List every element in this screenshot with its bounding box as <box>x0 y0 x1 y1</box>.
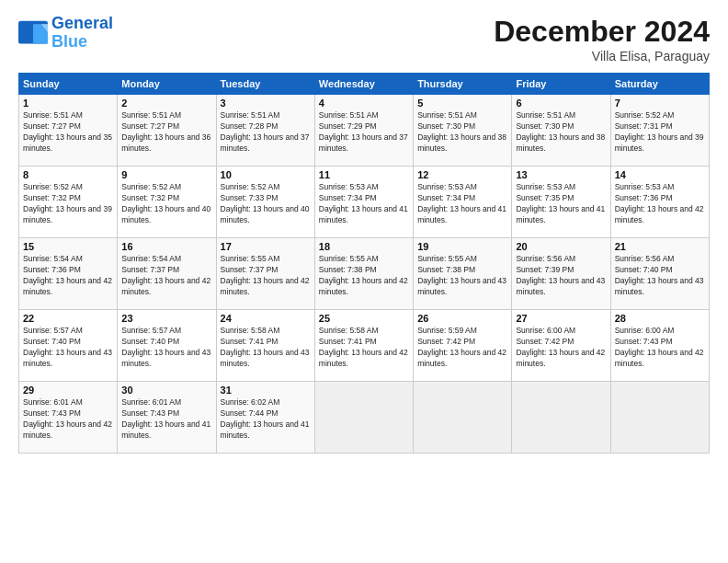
table-row: 28 Sunrise: 6:00 AM Sunset: 7:43 PM Dayl… <box>610 310 709 382</box>
table-row: 22 Sunrise: 5:57 AM Sunset: 7:40 PM Dayl… <box>19 310 118 382</box>
day-number: 1 <box>23 98 113 109</box>
table-row: 8 Sunrise: 5:52 AM Sunset: 7:32 PM Dayli… <box>19 167 118 238</box>
day-number: 27 <box>516 313 606 324</box>
day-number: 25 <box>319 313 409 324</box>
logo-line1: General <box>51 14 113 32</box>
table-row <box>610 382 709 454</box>
day-number: 15 <box>23 241 113 252</box>
table-row: 2 Sunrise: 5:51 AM Sunset: 7:27 PM Dayli… <box>118 95 216 167</box>
table-row: 29 Sunrise: 6:01 AM Sunset: 7:43 PM Dayl… <box>19 382 118 454</box>
day-number: 26 <box>417 313 507 324</box>
table-row: 19 Sunrise: 5:55 AM Sunset: 7:38 PM Dayl… <box>414 238 512 310</box>
day-info: Sunrise: 5:53 AM Sunset: 7:36 PM Dayligh… <box>615 182 705 226</box>
day-number: 14 <box>615 169 705 180</box>
table-row: 6 Sunrise: 5:51 AM Sunset: 7:30 PM Dayli… <box>512 95 610 167</box>
day-info: Sunrise: 5:52 AM Sunset: 7:32 PM Dayligh… <box>23 182 113 226</box>
day-number: 11 <box>319 169 409 180</box>
day-number: 19 <box>417 241 507 252</box>
table-row: 15 Sunrise: 5:54 AM Sunset: 7:36 PM Dayl… <box>19 238 118 310</box>
day-number: 20 <box>516 241 606 252</box>
day-info: Sunrise: 5:51 AM Sunset: 7:30 PM Dayligh… <box>516 110 606 155</box>
day-info: Sunrise: 5:59 AM Sunset: 7:42 PM Dayligh… <box>417 326 507 370</box>
header-row: Sunday Monday Tuesday Wednesday Thursday… <box>19 74 710 95</box>
day-info: Sunrise: 5:57 AM Sunset: 7:40 PM Dayligh… <box>121 326 211 370</box>
table-row: 21 Sunrise: 5:56 AM Sunset: 7:40 PM Dayl… <box>610 238 709 310</box>
col-tuesday: Tuesday <box>216 74 314 95</box>
calendar-week-5: 29 Sunrise: 6:01 AM Sunset: 7:43 PM Dayl… <box>19 382 710 454</box>
logo-icon <box>18 20 48 46</box>
col-thursday: Thursday <box>414 74 512 95</box>
day-number: 9 <box>121 169 211 180</box>
day-info: Sunrise: 6:00 AM Sunset: 7:42 PM Dayligh… <box>516 326 606 370</box>
calendar-week-1: 1 Sunrise: 5:51 AM Sunset: 7:27 PM Dayli… <box>19 95 710 167</box>
table-row <box>414 382 512 454</box>
calendar-subtitle: Villa Elisa, Paraguay <box>494 49 710 63</box>
table-row: 18 Sunrise: 5:55 AM Sunset: 7:38 PM Dayl… <box>314 238 413 310</box>
day-number: 4 <box>319 98 409 109</box>
table-row: 13 Sunrise: 5:53 AM Sunset: 7:35 PM Dayl… <box>512 167 610 238</box>
col-monday: Monday <box>118 74 216 95</box>
day-number: 21 <box>615 241 705 252</box>
col-sunday: Sunday <box>19 74 118 95</box>
table-row: 23 Sunrise: 5:57 AM Sunset: 7:40 PM Dayl… <box>118 310 216 382</box>
day-number: 28 <box>615 313 705 324</box>
day-info: Sunrise: 6:02 AM Sunset: 7:44 PM Dayligh… <box>221 397 311 442</box>
day-info: Sunrise: 5:51 AM Sunset: 7:30 PM Dayligh… <box>417 110 507 155</box>
day-number: 23 <box>121 313 211 324</box>
day-info: Sunrise: 5:55 AM Sunset: 7:37 PM Dayligh… <box>221 254 311 298</box>
day-number: 2 <box>121 98 211 109</box>
day-info: Sunrise: 5:55 AM Sunset: 7:38 PM Dayligh… <box>319 254 409 298</box>
day-info: Sunrise: 5:51 AM Sunset: 7:28 PM Dayligh… <box>221 110 311 155</box>
table-row <box>512 382 610 454</box>
table-row: 1 Sunrise: 5:51 AM Sunset: 7:27 PM Dayli… <box>19 95 118 167</box>
day-number: 8 <box>23 169 113 180</box>
day-number: 3 <box>221 98 311 109</box>
col-saturday: Saturday <box>610 74 709 95</box>
table-row: 30 Sunrise: 6:01 AM Sunset: 7:43 PM Dayl… <box>118 382 216 454</box>
table-row: 27 Sunrise: 6:00 AM Sunset: 7:42 PM Dayl… <box>512 310 610 382</box>
day-number: 17 <box>221 241 311 252</box>
day-info: Sunrise: 5:51 AM Sunset: 7:27 PM Dayligh… <box>121 110 211 155</box>
day-number: 31 <box>221 385 311 396</box>
day-info: Sunrise: 5:54 AM Sunset: 7:36 PM Dayligh… <box>23 254 113 298</box>
day-info: Sunrise: 5:53 AM Sunset: 7:35 PM Dayligh… <box>516 182 606 226</box>
calendar-table: Sunday Monday Tuesday Wednesday Thursday… <box>18 73 710 454</box>
title-block: December 2024 Villa Elisa, Paraguay <box>494 15 710 63</box>
day-info: Sunrise: 5:58 AM Sunset: 7:41 PM Dayligh… <box>319 326 409 370</box>
calendar-week-4: 22 Sunrise: 5:57 AM Sunset: 7:40 PM Dayl… <box>19 310 710 382</box>
day-number: 12 <box>417 169 507 180</box>
table-row: 14 Sunrise: 5:53 AM Sunset: 7:36 PM Dayl… <box>610 167 709 238</box>
day-info: Sunrise: 6:00 AM Sunset: 7:43 PM Dayligh… <box>615 326 705 370</box>
table-row: 20 Sunrise: 5:56 AM Sunset: 7:39 PM Dayl… <box>512 238 610 310</box>
table-row: 25 Sunrise: 5:58 AM Sunset: 7:41 PM Dayl… <box>314 310 413 382</box>
table-row: 10 Sunrise: 5:52 AM Sunset: 7:33 PM Dayl… <box>216 167 314 238</box>
table-row: 7 Sunrise: 5:52 AM Sunset: 7:31 PM Dayli… <box>610 95 709 167</box>
col-wednesday: Wednesday <box>314 74 413 95</box>
day-number: 13 <box>516 169 606 180</box>
day-number: 29 <box>23 385 113 396</box>
day-number: 30 <box>121 385 211 396</box>
table-row <box>314 382 413 454</box>
day-number: 22 <box>23 313 113 324</box>
table-row: 4 Sunrise: 5:51 AM Sunset: 7:29 PM Dayli… <box>314 95 413 167</box>
table-row: 9 Sunrise: 5:52 AM Sunset: 7:32 PM Dayli… <box>118 167 216 238</box>
day-info: Sunrise: 5:58 AM Sunset: 7:41 PM Dayligh… <box>221 326 311 370</box>
day-info: Sunrise: 5:52 AM Sunset: 7:31 PM Dayligh… <box>615 110 705 155</box>
table-row: 5 Sunrise: 5:51 AM Sunset: 7:30 PM Dayli… <box>414 95 512 167</box>
day-number: 18 <box>319 241 409 252</box>
day-info: Sunrise: 5:55 AM Sunset: 7:38 PM Dayligh… <box>417 254 507 298</box>
table-row: 16 Sunrise: 5:54 AM Sunset: 7:37 PM Dayl… <box>118 238 216 310</box>
day-info: Sunrise: 5:51 AM Sunset: 7:29 PM Dayligh… <box>319 110 409 155</box>
day-info: Sunrise: 6:01 AM Sunset: 7:43 PM Dayligh… <box>121 397 211 442</box>
day-info: Sunrise: 5:56 AM Sunset: 7:40 PM Dayligh… <box>615 254 705 298</box>
table-row: 12 Sunrise: 5:53 AM Sunset: 7:34 PM Dayl… <box>414 167 512 238</box>
day-number: 7 <box>615 98 705 109</box>
day-number: 16 <box>121 241 211 252</box>
day-number: 5 <box>417 98 507 109</box>
logo-text: General Blue <box>51 15 113 52</box>
table-row: 24 Sunrise: 5:58 AM Sunset: 7:41 PM Dayl… <box>216 310 314 382</box>
day-info: Sunrise: 5:53 AM Sunset: 7:34 PM Dayligh… <box>417 182 507 226</box>
table-row: 26 Sunrise: 5:59 AM Sunset: 7:42 PM Dayl… <box>414 310 512 382</box>
calendar-week-2: 8 Sunrise: 5:52 AM Sunset: 7:32 PM Dayli… <box>19 167 710 238</box>
header: General Blue December 2024 Villa Elisa, … <box>18 15 710 63</box>
